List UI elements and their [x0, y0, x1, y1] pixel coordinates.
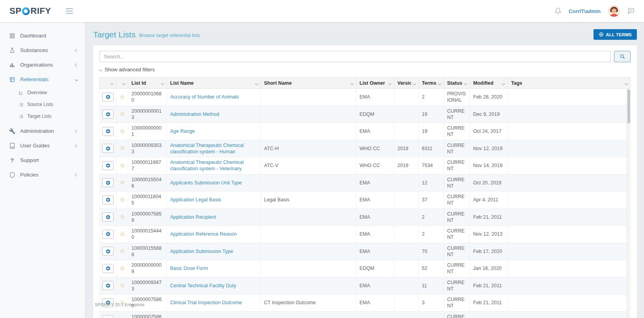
- column-header-version[interactable]: Version: [394, 78, 419, 89]
- list-name-link[interactable]: Application Reference Reason: [170, 231, 237, 237]
- row-settings-button[interactable]: [102, 230, 114, 239]
- list-name-link[interactable]: Application Legal Basis: [170, 197, 221, 203]
- row-settings-button[interactable]: [102, 264, 114, 273]
- list-name-link[interactable]: Accuracy of Number of Animals: [170, 94, 239, 100]
- list-name-link[interactable]: Age Range: [170, 128, 195, 134]
- vertical-scrollbar[interactable]: [627, 89, 631, 318]
- column-menu-icon[interactable]: [413, 82, 416, 85]
- list-name-link[interactable]: Anatomical Therapeutic Chemical classifi…: [170, 160, 244, 171]
- sidebar-item-source-lists[interactable]: Source Lists: [0, 99, 85, 110]
- row-settings-button[interactable]: [102, 195, 114, 205]
- favorite-star-icon[interactable]: ☆: [120, 213, 125, 220]
- column-menu-icon[interactable]: [350, 82, 354, 85]
- sidebar-item-policies[interactable]: Policies: [0, 167, 85, 182]
- cell-version: [394, 123, 419, 140]
- cell-list-id: 100000000001: [128, 123, 167, 140]
- column-menu-icon[interactable]: [255, 82, 258, 85]
- column-header-tags[interactable]: Tags: [508, 78, 631, 89]
- sidebar-item-referentials[interactable]: Referentials: [0, 72, 85, 87]
- cell-version: [394, 294, 419, 312]
- table-row: ☆100000116677Anatomical Therapeutic Chem…: [100, 157, 631, 175]
- favorite-star-icon[interactable]: ☆: [120, 162, 125, 169]
- favorite-star-icon[interactable]: ☆: [120, 247, 125, 254]
- list-name-link[interactable]: Anatomical Therapeutic Chemical classifi…: [170, 143, 244, 154]
- menu-toggle-button[interactable]: [66, 8, 73, 14]
- column-header-list_owner[interactable]: List Owner: [356, 78, 394, 89]
- favorite-star-icon[interactable]: ☆: [120, 231, 125, 237]
- column-menu-icon[interactable]: [502, 82, 505, 85]
- sidebar-item-overview[interactable]: Overview: [0, 87, 85, 99]
- favorite-star-icon[interactable]: ☆: [120, 93, 125, 100]
- favorite-star-icon[interactable]: ☆: [120, 196, 125, 203]
- column-menu-icon[interactable]: [161, 82, 164, 85]
- sidebar-item-label: Referentials: [20, 76, 49, 82]
- column-menu-icon[interactable]: [388, 82, 391, 85]
- column-header-modified[interactable]: Modified: [470, 78, 508, 89]
- column-header-status[interactable]: Status ..: [444, 78, 470, 89]
- row-settings-button[interactable]: [102, 212, 114, 221]
- sidebar-item-dashboard[interactable]: Dashboard: [0, 28, 85, 43]
- column-header-list_name[interactable]: List Name: [167, 78, 261, 89]
- favorite-star-icon[interactable]: ☆: [120, 316, 125, 318]
- column-header-list_id[interactable]: List Id: [128, 78, 167, 89]
- column-menu-icon[interactable]: [110, 82, 114, 85]
- sidebar-item-administration[interactable]: Administration: [0, 124, 85, 138]
- notifications-bell-icon[interactable]: [554, 7, 562, 15]
- advanced-filters-toggle[interactable]: Show advanced filters: [99, 67, 631, 73]
- cell-version: 2019: [394, 140, 419, 157]
- user-avatar[interactable]: [608, 5, 620, 17]
- favorite-star-icon[interactable]: ☆: [120, 110, 125, 117]
- column-header-short_name[interactable]: Short Name: [261, 78, 356, 89]
- search-button[interactable]: [614, 51, 631, 62]
- row-settings-button[interactable]: [102, 110, 114, 119]
- cell-short-name: [261, 208, 356, 226]
- cell-version: [394, 277, 419, 294]
- favorite-star-icon[interactable]: ☆: [120, 282, 125, 288]
- cell-short-name: [261, 123, 356, 140]
- list-name-link[interactable]: Administration Method: [170, 112, 219, 117]
- top-bar: SP RIFY CorrIT\admin: [0, 0, 644, 22]
- row-settings-button[interactable]: [102, 127, 114, 136]
- favorite-star-icon[interactable]: ☆: [120, 265, 125, 272]
- column-menu-icon[interactable]: [464, 82, 467, 85]
- cell-list-owner: EMA: [356, 294, 394, 312]
- column-menu-icon[interactable]: [122, 82, 125, 85]
- cell-tags: [508, 226, 631, 243]
- sidebar-item-label: Source Lists: [27, 102, 53, 107]
- list-name-link[interactable]: Application Recipient: [170, 214, 216, 220]
- row-settings-button[interactable]: [102, 281, 114, 290]
- row-settings-button[interactable]: [102, 247, 114, 256]
- column-menu-icon[interactable]: [438, 82, 441, 85]
- sidebar-item-support[interactable]: ? Support: [0, 153, 85, 167]
- table-row: ☆100000075861Clinical Trial Inspection S…: [100, 311, 631, 318]
- favorite-star-icon[interactable]: ☆: [120, 179, 125, 186]
- sidebar-item-user-guides[interactable]: User Guides: [0, 138, 85, 153]
- scrollbar-thumb[interactable]: [627, 89, 630, 123]
- sidebar-item-organisations[interactable]: Organisations: [0, 58, 85, 72]
- current-user-label[interactable]: CorrIT\admin: [569, 8, 601, 14]
- column-header-actions[interactable]: [100, 78, 116, 89]
- chat-bubble-icon[interactable]: [627, 7, 635, 15]
- column-header-favorite[interactable]: [116, 78, 128, 89]
- favorite-star-icon[interactable]: ☆: [120, 145, 125, 151]
- sidebar-item-target-lists[interactable]: Target Lists: [0, 110, 85, 122]
- cell-tags: [508, 277, 631, 294]
- list-name-link[interactable]: Application Submission Type: [170, 249, 233, 254]
- sidebar-item-substances[interactable]: Substances: [0, 43, 85, 58]
- column-menu-icon[interactable]: [625, 82, 628, 85]
- list-name-link[interactable]: Clinical Trial Inspection Outcome: [170, 300, 242, 305]
- favorite-star-icon[interactable]: ☆: [120, 128, 125, 134]
- search-input[interactable]: [99, 51, 611, 62]
- row-settings-button[interactable]: [102, 144, 114, 153]
- row-settings-button[interactable]: [102, 161, 114, 170]
- list-name-link[interactable]: Applicants Submission Unit Type: [170, 180, 242, 186]
- row-settings-button[interactable]: [102, 178, 114, 187]
- list-name-link[interactable]: Basic Dose Form: [170, 266, 208, 271]
- cell-version: 2019: [394, 157, 419, 175]
- row-settings-button[interactable]: [102, 315, 114, 318]
- cell-terms: 2: [419, 89, 444, 106]
- list-name-link[interactable]: Central Technical Facility Duty: [170, 283, 236, 288]
- row-settings-button[interactable]: [102, 93, 114, 102]
- column-header-terms[interactable]: Terms: [419, 78, 444, 89]
- all-terms-button[interactable]: ALL TERMS: [593, 29, 637, 40]
